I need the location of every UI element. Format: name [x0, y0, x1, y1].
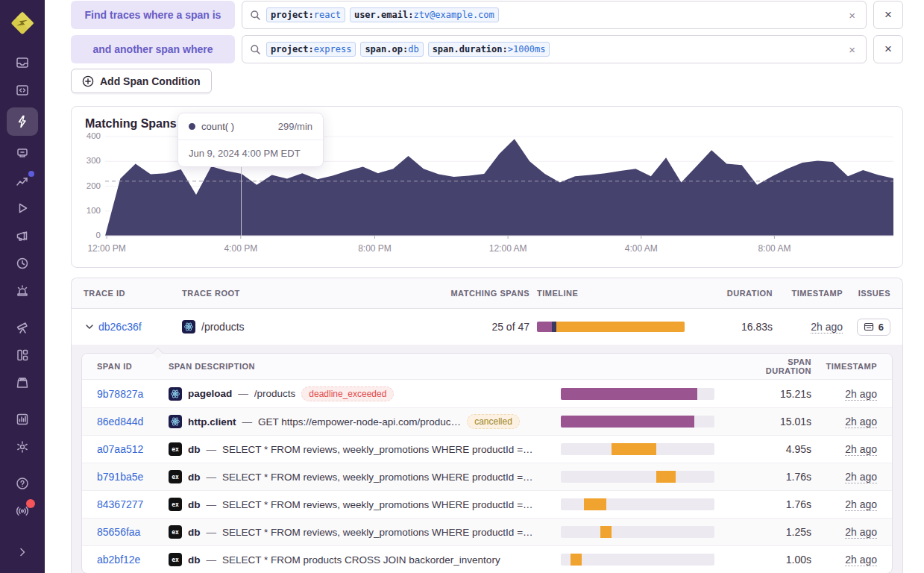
sidebar-item-releases[interactable] — [8, 372, 37, 393]
sidebar-item-performance[interactable] — [8, 143, 37, 163]
span-status-badge: cancelled — [467, 414, 520, 429]
trace-root-label: /products — [201, 321, 245, 333]
sidebar-item-dashboards[interactable] — [8, 345, 37, 366]
sidebar-item-replays[interactable] — [8, 198, 37, 219]
notification-dot — [26, 499, 35, 508]
span-description: SELECT * FROM reviews, weekly_promotions… — [222, 527, 533, 538]
span-duration-bar — [561, 554, 714, 566]
col-duration: DURATION — [708, 289, 773, 298]
trace-row[interactable]: db26c36f /products 25 of 47 16.83s 2h ag… — [72, 309, 902, 345]
x-tick-label: 4:00 AM — [625, 243, 658, 254]
help-icon — [15, 476, 30, 491]
filter-token[interactable]: project:react — [266, 7, 345, 22]
spans-table: SPAN ID SPAN DESCRIPTION SPAN DURATION T… — [81, 353, 893, 573]
express-platform-icon: ex — [169, 442, 182, 456]
span-op: db — [188, 444, 201, 455]
span-row[interactable]: a07aa512 ex db — SELECT * FROM reviews, … — [82, 435, 892, 463]
span-row[interactable]: ab2bf12e ex db — SELECT * FROM products … — [82, 545, 892, 573]
replays-icon — [15, 201, 30, 216]
add-span-condition-button[interactable]: Add Span Condition — [71, 69, 212, 93]
col-span-description: SPAN DESCRIPTION — [169, 362, 561, 371]
span-id-link[interactable]: ab2bf12e — [97, 554, 140, 566]
sidebar-item-crons[interactable] — [8, 253, 37, 274]
x-tick-label: 12:00 PM — [87, 243, 125, 254]
sidebar-item-settings[interactable] — [8, 436, 37, 457]
trace-timeline-bar — [537, 322, 685, 332]
sidebar-item-issues[interactable] — [8, 52, 37, 73]
col-trace-id: TRACE ID — [84, 289, 182, 298]
separator-dash: — — [207, 444, 217, 455]
issues-badge[interactable]: 6 — [857, 319, 890, 336]
plus-circle-icon — [82, 75, 94, 87]
traces-table-header: TRACE ID TRACE ROOT MATCHING SPANS TIMEL… — [72, 278, 902, 309]
span-row[interactable]: 85656faa ex db — SELECT * FROM reviews, … — [82, 518, 892, 545]
tooltip-date: Jun 9, 2024 4:00 PM EDT — [178, 140, 323, 166]
span-id-link[interactable]: a07aa512 — [97, 443, 143, 455]
span-duration-bar — [561, 471, 714, 483]
sidebar-collapse-button[interactable] — [8, 542, 37, 563]
delete-condition-button[interactable]: × — [873, 1, 903, 29]
sidebar-item-whats-new[interactable] — [8, 501, 37, 522]
separator-dash: — — [242, 416, 253, 428]
span-timestamp[interactable]: 2h ago — [845, 554, 877, 566]
telescope-icon — [15, 320, 30, 335]
span-id-link[interactable]: 85656faa — [97, 526, 140, 538]
sidebar — [0, 0, 45, 573]
filter-token[interactable]: span.duration:>1000ms — [428, 42, 550, 57]
span-description: /products — [254, 388, 296, 399]
search-icon — [250, 44, 261, 55]
span-timestamp[interactable]: 2h ago — [845, 388, 877, 401]
span-id-link[interactable]: 86ed844d — [97, 416, 143, 428]
search-input[interactable]: project:expressspan.op:dbspan.duration:>… — [242, 35, 867, 63]
separator-dash: — — [238, 388, 248, 399]
span-id-link[interactable]: 84367277 — [97, 498, 143, 510]
search-input[interactable]: project:reactuser.email:ztv@example.com … — [242, 1, 867, 29]
span-id-link[interactable]: 9b78827a — [97, 388, 143, 400]
sidebar-item-discover[interactable] — [8, 317, 37, 338]
trace-timestamp[interactable]: 2h ago — [811, 321, 843, 334]
sidebar-item-insights[interactable] — [8, 170, 37, 191]
sidebar-item-explore[interactable] — [7, 107, 38, 136]
y-tick-label: 300 — [74, 156, 101, 165]
projects-icon — [15, 83, 30, 98]
separator-dash: — — [207, 554, 217, 566]
sidebar-item-stats[interactable] — [8, 409, 37, 430]
span-timestamp[interactable]: 2h ago — [845, 416, 877, 428]
gear-icon — [15, 439, 30, 454]
react-platform-icon — [169, 415, 182, 428]
sidebar-item-alerts[interactable] — [8, 281, 37, 301]
y-tick-label: 200 — [74, 181, 101, 190]
chevron-right-icon — [16, 546, 28, 558]
span-duration-bar — [561, 526, 714, 538]
filter-token[interactable]: span.op:db — [360, 42, 423, 57]
express-platform-icon: ex — [169, 498, 182, 511]
sidebar-item-feedback[interactable] — [8, 225, 37, 246]
sidebar-item-projects[interactable] — [8, 80, 37, 101]
trace-id-link[interactable]: db26c36f — [98, 321, 142, 333]
sentry-logo[interactable] — [8, 9, 37, 37]
span-description: SELECT * FROM reviews, weekly_promotions… — [222, 444, 533, 455]
filter-token[interactable]: project:express — [266, 42, 356, 57]
filter-tokens: project:expressspan.op:dbspan.duration:>… — [266, 42, 840, 57]
delete-condition-button[interactable]: × — [873, 35, 903, 63]
collapse-chevron-icon[interactable] — [84, 321, 97, 333]
clear-search-icon[interactable]: × — [846, 9, 858, 22]
span-duration: 15.01s — [740, 416, 811, 428]
span-timestamp[interactable]: 2h ago — [845, 443, 877, 456]
sidebar-item-help[interactable] — [8, 473, 37, 494]
span-row[interactable]: 86ed844d http.client — GET https://empow… — [82, 407, 892, 435]
y-tick-label: 400 — [74, 131, 101, 140]
filter-token[interactable]: user.email:ztv@example.com — [350, 7, 499, 22]
clear-search-icon[interactable]: × — [846, 43, 858, 56]
span-timestamp[interactable]: 2h ago — [845, 526, 877, 539]
span-row[interactable]: 84367277 ex db — SELECT * FROM reviews, … — [82, 490, 892, 518]
span-timestamp[interactable]: 2h ago — [845, 471, 877, 483]
archive-icon — [15, 375, 30, 390]
sidebar-nav — [7, 52, 38, 457]
span-timestamp[interactable]: 2h ago — [845, 498, 877, 511]
span-row[interactable]: b791ba5e ex db — SELECT * FROM reviews, … — [82, 463, 892, 490]
span-row[interactable]: 9b78827a pageload — /products deadline_e… — [82, 380, 892, 407]
span-id-link[interactable]: b791ba5e — [97, 471, 143, 483]
condition-label: Find traces where a span is — [71, 1, 235, 29]
col-trace-root: TRACE ROOT — [182, 289, 446, 298]
